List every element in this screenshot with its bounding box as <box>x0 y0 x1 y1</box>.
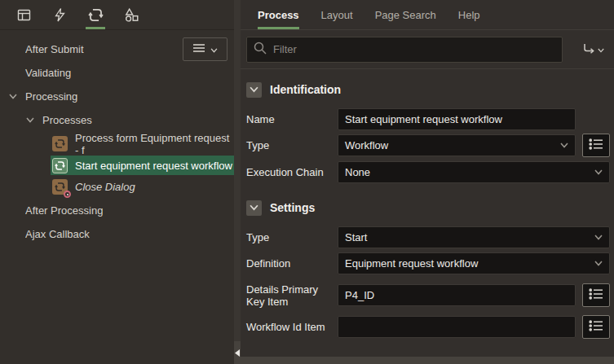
condition-badge-icon <box>64 191 71 198</box>
tree-item-process-form[interactable]: Process form Equipment request - f <box>51 134 234 154</box>
field-label: Execution Chain <box>246 161 338 183</box>
property-editor-tab-bar: Process Layout Page Search Help <box>241 0 614 30</box>
list-icon <box>589 320 603 334</box>
dynamic-actions-icon <box>52 7 68 23</box>
panel-splitter[interactable] <box>234 0 241 364</box>
tree-item-label: Processing <box>25 90 77 103</box>
field-label: Type <box>246 134 338 157</box>
rendering-icon <box>16 7 32 23</box>
section-title: Identification <box>270 83 341 96</box>
field-label: Workflow Id Item <box>246 316 338 339</box>
process-loop-icon <box>52 136 68 151</box>
tree-item-label: After Submit <box>25 43 84 55</box>
process-loop-icon <box>52 158 68 173</box>
collapse-left-icon[interactable] <box>234 341 241 364</box>
name-input[interactable] <box>338 108 576 130</box>
section-title: Settings <box>270 201 315 214</box>
details-primary-key-item-input[interactable] <box>338 284 576 306</box>
tree-item-after-processing[interactable]: After Processing <box>0 199 234 222</box>
tab-shared-components[interactable] <box>116 0 147 29</box>
tree-item-label: Ajax Callback <box>25 228 90 240</box>
tab-dynamic-actions[interactable] <box>44 0 75 29</box>
field-row-workflow-id-item: Workflow Id Item <box>246 316 610 339</box>
property-editor-body: Identification Name Type Workflow <box>241 69 614 364</box>
field-row-type: Type Workflow <box>246 134 610 157</box>
collapse-section-icon[interactable] <box>246 200 262 216</box>
field-label: Definition <box>246 252 338 274</box>
tree-item-label: Start equipment request workflow <box>75 160 232 172</box>
field-label: Details Primary Key Item <box>246 278 338 311</box>
tree-menu-button[interactable] <box>183 37 227 61</box>
go-to-group-button[interactable] <box>580 40 607 59</box>
chevron-down-icon <box>210 43 218 55</box>
tree-item-label: After Processing <box>25 204 103 217</box>
tab-layout[interactable]: Layout <box>321 0 353 29</box>
left-panel: After Submit Validating Processing <box>0 0 234 364</box>
list-icon <box>589 138 603 152</box>
process-loop-icon <box>52 179 68 195</box>
tree-item-validating[interactable]: Validating <box>0 61 234 85</box>
tab-processing[interactable] <box>80 0 111 29</box>
field-row-name: Name <box>246 108 610 130</box>
tree-item-processes[interactable]: Processes <box>0 108 234 132</box>
field-label: Type <box>246 226 338 248</box>
chevron-down-icon <box>594 169 603 175</box>
definition-select[interactable]: Equipment request workflow <box>338 252 610 274</box>
execution-chain-select[interactable]: None <box>338 161 610 183</box>
processing-tree: After Submit Validating Processing <box>0 30 234 364</box>
tree-item-label: Processes <box>42 114 92 126</box>
tab-help[interactable]: Help <box>458 0 480 29</box>
tree-item-start-workflow[interactable]: Start equipment request workflow <box>51 156 234 175</box>
horizontal-scrollbar[interactable] <box>241 357 614 364</box>
section-identification: Identification <box>246 79 610 100</box>
section-settings: Settings <box>246 197 610 218</box>
field-row-settings-type: Type Start <box>246 226 610 248</box>
chevron-down-icon <box>560 143 568 148</box>
workflow-id-item-list-button[interactable] <box>582 315 610 339</box>
tree-item-label: Validating <box>25 67 71 79</box>
tab-process[interactable]: Process <box>258 0 299 29</box>
property-editor-panel: Process Layout Page Search Help <box>241 0 614 364</box>
tree-item-processing[interactable]: Processing <box>0 85 234 108</box>
tree-item-label: Process form Equipment request - f <box>75 132 234 156</box>
tab-page-search[interactable]: Page Search <box>375 0 436 29</box>
filter-box <box>246 37 563 63</box>
list-icon <box>589 288 603 302</box>
chevron-down-icon[interactable] <box>24 117 36 123</box>
tree-item-after-submit[interactable]: After Submit <box>0 37 234 61</box>
workflow-id-item-input[interactable] <box>338 316 576 338</box>
chevron-down-icon[interactable] <box>7 94 19 99</box>
field-row-definition: Definition Equipment request workflow <box>246 252 610 274</box>
tree-item-label: Close Dialog <box>75 181 135 193</box>
tree-item-ajax-callback[interactable]: Ajax Callback <box>0 222 234 246</box>
type-list-button[interactable] <box>582 134 610 157</box>
left-panel-tab-bar <box>0 0 234 30</box>
field-row-execution-chain: Execution Chain None <box>246 161 610 183</box>
chevron-down-icon <box>598 43 604 55</box>
chevron-down-icon <box>594 235 603 240</box>
filter-row <box>241 30 614 69</box>
tree-item-close-dialog[interactable]: Close Dialog <box>51 178 234 197</box>
go-to-arrow-icon <box>583 43 595 56</box>
search-icon <box>254 42 267 57</box>
field-label: Name <box>246 108 338 130</box>
type-select[interactable]: Workflow <box>338 134 576 156</box>
collapse-section-icon[interactable] <box>246 82 262 98</box>
tab-rendering[interactable] <box>8 0 39 29</box>
processing-icon <box>88 7 104 23</box>
shared-components-icon <box>124 7 139 23</box>
settings-type-select[interactable]: Start <box>338 226 610 248</box>
hamburger-icon <box>193 43 205 55</box>
details-primary-key-item-list-button[interactable] <box>582 283 610 307</box>
page-designer: After Submit Validating Processing <box>0 0 614 364</box>
field-row-details-primary-key-item: Details Primary Key Item <box>246 278 610 311</box>
chevron-down-icon <box>594 261 603 266</box>
filter-input[interactable] <box>273 43 555 55</box>
